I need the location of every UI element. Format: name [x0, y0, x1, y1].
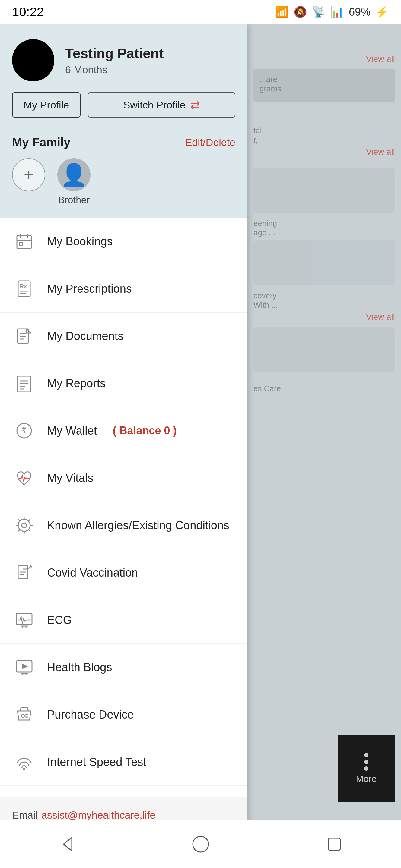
ecg-icon: [12, 608, 36, 632]
internet-icon: [12, 750, 36, 774]
member-avatar-icon: 👤: [60, 162, 87, 188]
switch-profile-button[interactable]: Switch Profile ⇄: [88, 92, 235, 118]
add-member-button[interactable]: +: [12, 158, 45, 191]
family-section: My Family Edit/Delete + 👤 Brother: [0, 130, 248, 218]
bg-text-3: eeningage ...: [254, 219, 395, 238]
svg-rect-0: [17, 236, 31, 249]
bg-row-1: ...aregrams: [254, 69, 395, 102]
battery-text: 69%: [349, 6, 371, 19]
more-button-area[interactable]: More: [338, 735, 395, 802]
signal-icon: 📊: [331, 6, 344, 19]
svg-line-29: [18, 529, 20, 531]
bg-view-all-3: View all: [254, 312, 395, 322]
switch-icon: ⇄: [191, 98, 200, 112]
bell-icon: 🔕: [294, 6, 307, 19]
menu-item-documents[interactable]: My Documents: [0, 313, 248, 360]
family-member-brother[interactable]: 👤 Brother: [57, 158, 90, 206]
nav-home-button[interactable]: [182, 835, 219, 854]
menu-item-reports[interactable]: My Reports: [0, 360, 248, 407]
covid-icon: [12, 561, 36, 585]
edit-delete-button[interactable]: Edit/Delete: [185, 136, 235, 148]
allergies-label: Known Allergies/Existing Conditions: [47, 519, 229, 532]
background-app: View all ...aregrams tal,r, View all een…: [248, 24, 401, 868]
email-label: Email: [12, 809, 38, 821]
family-header: My Family Edit/Delete: [12, 135, 235, 149]
wallet-balance: ( Balance 0 ): [113, 424, 176, 437]
svg-marker-39: [22, 664, 28, 669]
reports-icon: [12, 371, 36, 396]
documents-icon: [12, 324, 36, 348]
bg-card-1: [254, 167, 395, 213]
svg-point-43: [22, 714, 24, 717]
svg-line-28: [28, 519, 30, 521]
svg-line-27: [28, 529, 30, 531]
ecg-label: ECG: [47, 614, 72, 627]
bg-card-3: [254, 327, 395, 372]
family-title: My Family: [12, 135, 70, 149]
covid-label: Covid Vaccination: [47, 566, 138, 579]
svg-text:Rx: Rx: [20, 283, 27, 289]
nav-back-button[interactable]: [49, 835, 85, 854]
menu-item-prescriptions[interactable]: Rx My Prescriptions: [0, 265, 248, 313]
menu-item-bookings[interactable]: My Bookings: [0, 218, 248, 265]
plus-icon: +: [24, 166, 34, 183]
email-value[interactable]: assist@myhealthcare.life: [41, 809, 155, 821]
charging-icon: ⚡: [375, 6, 389, 19]
menu-item-allergies[interactable]: Known Allergies/Existing Conditions: [0, 502, 248, 549]
menu-item-vitals[interactable]: My Vitals: [0, 455, 248, 502]
wallet-icon: ₹: [12, 418, 36, 443]
reports-label: My Reports: [47, 377, 106, 390]
status-time: 10:22: [12, 5, 44, 19]
svg-rect-34: [16, 613, 32, 625]
menu-item-wallet[interactable]: ₹ My Wallet ( Balance 0 ): [0, 407, 248, 455]
my-profile-button[interactable]: My Profile: [12, 92, 81, 118]
nav-recent-button[interactable]: [316, 835, 352, 854]
profile-header: Testing Patient 6 Months My Profile Swit…: [0, 24, 248, 130]
bookings-label: My Bookings: [47, 235, 113, 248]
blogs-icon: [12, 655, 36, 679]
svg-point-46: [23, 768, 25, 770]
member-name: Brother: [58, 194, 90, 206]
prescriptions-icon: Rx: [12, 277, 36, 301]
vol-icon: 📶: [275, 6, 289, 19]
blogs-label: Health Blogs: [47, 661, 112, 674]
svg-point-48: [193, 836, 208, 852]
allergies-icon: [12, 513, 36, 537]
profile-age: 6 Months: [65, 64, 235, 76]
menu-item-ecg[interactable]: ECG: [0, 596, 248, 644]
svg-rect-4: [19, 243, 22, 246]
svg-text:₹: ₹: [21, 426, 27, 435]
device-icon: [12, 703, 36, 727]
bg-text-2: tal,r,: [254, 126, 395, 145]
bg-text-4: coveryWith ...: [254, 291, 395, 310]
profile-info: Testing Patient 6 Months: [65, 45, 235, 76]
svg-rect-49: [328, 838, 340, 850]
profile-name: Testing Patient: [65, 45, 235, 61]
menu-item-device[interactable]: Purchase Device: [0, 691, 248, 738]
svg-marker-47: [63, 838, 72, 851]
bottom-nav: [0, 820, 401, 868]
menu-item-internet[interactable]: Internet Speed Test: [0, 738, 248, 786]
internet-label: Internet Speed Test: [47, 755, 146, 769]
status-icons: 📶 🔕 📡 📊 69% ⚡: [275, 6, 389, 19]
profile-buttons: My Profile Switch Profile ⇄: [12, 92, 235, 118]
menu-item-covid[interactable]: Covid Vaccination: [0, 549, 248, 596]
status-bar: 10:22 📶 🔕 📡 📊 69% ⚡: [0, 0, 401, 24]
member-avatar: 👤: [57, 158, 90, 191]
family-members: + 👤 Brother: [12, 158, 235, 206]
wifi-icon: 📡: [312, 6, 325, 19]
svg-line-26: [18, 519, 20, 521]
documents-label: My Documents: [47, 330, 123, 343]
bg-view-all-1: View all: [254, 54, 395, 64]
menu-item-blogs[interactable]: Health Blogs: [0, 644, 248, 691]
device-label: Purchase Device: [47, 708, 134, 721]
wallet-label: My Wallet: [47, 424, 97, 437]
svg-point-21: [22, 523, 27, 528]
add-circle[interactable]: +: [12, 158, 45, 191]
avatar: [12, 39, 54, 82]
more-label: More: [356, 774, 377, 784]
vitals-label: My Vitals: [47, 472, 93, 485]
prescriptions-label: My Prescriptions: [47, 282, 132, 296]
bg-view-all-2: View all: [254, 147, 395, 157]
profile-top: Testing Patient 6 Months: [12, 39, 235, 82]
